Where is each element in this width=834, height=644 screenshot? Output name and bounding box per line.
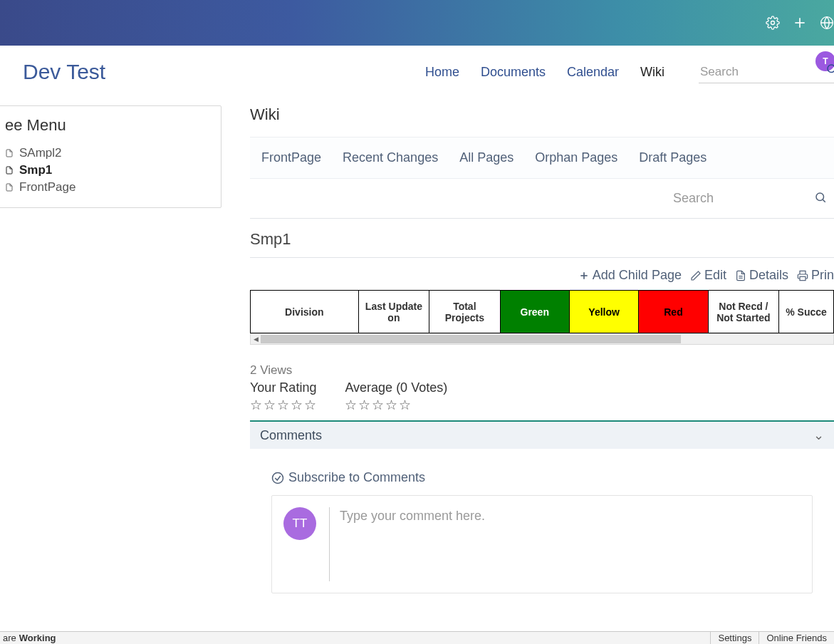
print-label: Prin: [811, 268, 834, 283]
tree-item[interactable]: Smp1: [5, 162, 209, 179]
plus-icon: [578, 270, 590, 281]
print-button[interactable]: Prin: [797, 268, 834, 283]
tree-item-label: SAmpl2: [19, 146, 62, 160]
your-rating-stars: ☆ ☆ ☆ ☆ ☆: [250, 397, 316, 413]
document-icon: [735, 270, 746, 281]
header-search-input[interactable]: [699, 64, 813, 80]
subscribe-label: Subscribe to Comments: [288, 470, 425, 485]
star-icon: ☆: [345, 397, 357, 413]
table-row: Division Last Update on Total Projects G…: [251, 291, 834, 333]
svg-point-13: [273, 472, 283, 483]
tree-item[interactable]: SAmpl2: [5, 145, 209, 162]
add-child-page-label: Add Child Page: [593, 268, 682, 283]
th-green: Green: [500, 291, 569, 333]
nav-wiki[interactable]: Wiki: [640, 65, 664, 80]
tree-item-label: FrontPage: [19, 180, 75, 194]
star-icon[interactable]: ☆: [277, 397, 289, 413]
views-count: 2 Views: [250, 363, 834, 378]
gear-icon[interactable]: [766, 16, 780, 30]
page-icon: [5, 182, 15, 192]
add-child-page-button[interactable]: Add Child Page: [578, 268, 682, 283]
tree-menu-card: ee Menu SAmpl2 Smp1 FrontPage: [0, 105, 221, 208]
star-icon[interactable]: ☆: [250, 397, 262, 413]
your-rating-label: Your Rating: [250, 380, 316, 395]
chevron-down-icon: ⌄: [813, 427, 824, 443]
search-icon[interactable]: [814, 191, 827, 207]
comments-title: Comments: [260, 428, 322, 443]
tree-item[interactable]: FrontPage: [5, 179, 209, 196]
star-icon: ☆: [358, 397, 370, 413]
nav-home[interactable]: Home: [425, 65, 459, 80]
statusbar-online-friends[interactable]: Online Friends: [759, 632, 834, 644]
globe-icon[interactable]: [820, 16, 834, 30]
star-icon: ☆: [385, 397, 397, 413]
th-last-update: Last Update on: [358, 291, 429, 333]
tree-menu-title: ee Menu: [5, 116, 209, 135]
wiki-tabs: FrontPage Recent Changes All Pages Orpha…: [250, 137, 834, 179]
pencil-icon: [690, 270, 702, 281]
th-red: Red: [639, 291, 708, 333]
plus-icon[interactable]: [793, 16, 807, 30]
th-not-recd: Not Recd / Not Started: [708, 291, 778, 333]
wiki-page-name: Smp1: [250, 219, 834, 258]
edit-button[interactable]: Edit: [690, 268, 726, 283]
scroll-left-arrow-icon[interactable]: ◀: [251, 335, 260, 343]
status-table-wrap: Division Last Update on Total Projects G…: [250, 290, 834, 345]
edit-label: Edit: [704, 268, 726, 283]
comments-panel-header[interactable]: Comments ⌄: [250, 420, 834, 449]
statusbar-settings[interactable]: Settings: [710, 632, 759, 644]
star-icon[interactable]: ☆: [264, 397, 276, 413]
details-label: Details: [749, 268, 788, 283]
commenter-avatar-initials: TT: [293, 516, 308, 531]
nav-calendar[interactable]: Calendar: [567, 65, 619, 80]
commenter-avatar: TT: [283, 507, 316, 540]
status-table: Division Last Update on Total Projects G…: [250, 290, 834, 333]
comments-body: Subscribe to Comments TT: [250, 449, 834, 601]
statusbar-right: Settings Online Friends: [710, 632, 834, 644]
statusbar-left: are Working: [3, 633, 56, 643]
tab-orphan-pages[interactable]: Orphan Pages: [535, 150, 617, 165]
main-nav: Home Documents Calendar Wiki: [425, 65, 670, 80]
tab-all-pages[interactable]: All Pages: [459, 150, 514, 165]
th-pct-success: % Succe: [779, 291, 834, 333]
svg-rect-12: [800, 276, 806, 280]
topbar: [0, 0, 834, 46]
avg-rating-block: Average (0 Votes) ☆ ☆ ☆ ☆ ☆: [345, 380, 447, 413]
avg-rating-label: Average (0 Votes): [345, 380, 447, 395]
details-button[interactable]: Details: [735, 268, 788, 283]
star-icon[interactable]: ☆: [291, 397, 303, 413]
svg-line-7: [823, 199, 825, 202]
wiki-search-input[interactable]: [672, 190, 807, 207]
tab-frontpage[interactable]: FrontPage: [261, 150, 321, 165]
rating-row: Your Rating ☆ ☆ ☆ ☆ ☆ Average (0 Votes) …: [250, 380, 834, 413]
th-division: Division: [251, 291, 359, 333]
star-icon: ☆: [399, 397, 411, 413]
wiki-title: Wiki: [250, 105, 834, 124]
main: ee Menu SAmpl2 Smp1 FrontPage Wiki Front…: [0, 98, 834, 601]
comment-input[interactable]: [329, 507, 801, 581]
avg-rating-stars: ☆ ☆ ☆ ☆ ☆: [345, 397, 447, 413]
content: Wiki FrontPage Recent Changes All Pages …: [250, 105, 834, 601]
scrollbar-thumb[interactable]: [261, 335, 681, 343]
header-search: [699, 61, 834, 83]
site-title[interactable]: Dev Test: [23, 60, 105, 84]
nav-documents[interactable]: Documents: [481, 65, 546, 80]
statusbar-status: Working: [19, 633, 56, 643]
wiki-search-row: [250, 179, 834, 219]
th-total-projects: Total Projects: [429, 291, 500, 333]
horizontal-scrollbar[interactable]: ◀: [250, 333, 834, 345]
tree-item-label: Smp1: [19, 163, 52, 177]
star-icon[interactable]: ☆: [304, 397, 316, 413]
subscribe-comments-button[interactable]: Subscribe to Comments: [271, 470, 813, 485]
tab-recent-changes[interactable]: Recent Changes: [343, 150, 438, 165]
page-icon: [5, 148, 15, 158]
svg-point-4: [828, 65, 834, 73]
your-rating-block: Your Rating ☆ ☆ ☆ ☆ ☆: [250, 380, 316, 413]
star-icon: ☆: [372, 397, 384, 413]
statusbar-prefix: are: [3, 633, 16, 643]
th-yellow: Yellow: [569, 291, 638, 333]
search-icon[interactable]: [825, 63, 834, 78]
tab-draft-pages[interactable]: Draft Pages: [639, 150, 707, 165]
svg-point-6: [816, 193, 824, 201]
page-icon: [5, 165, 15, 175]
